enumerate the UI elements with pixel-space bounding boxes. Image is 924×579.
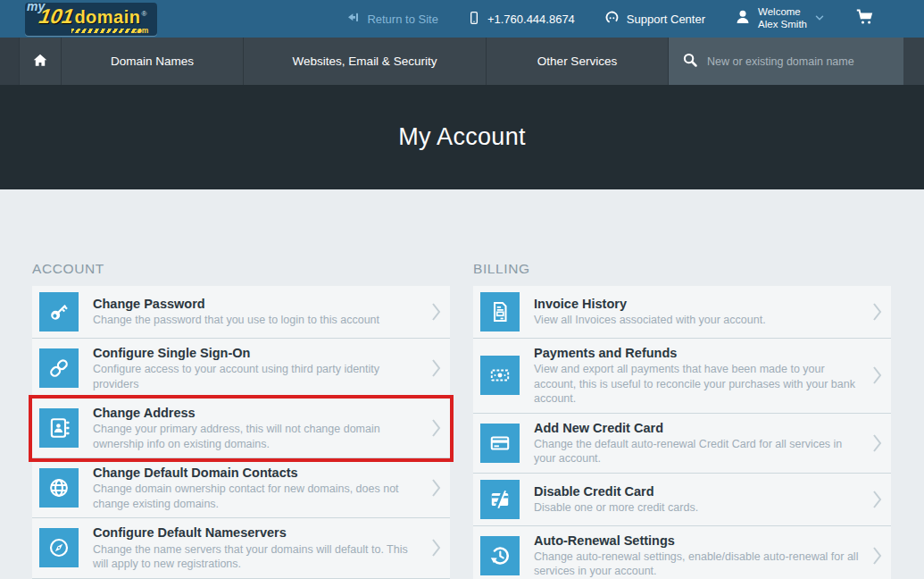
- chevron-right-icon: [431, 538, 441, 558]
- item-text: Change Password Change the password that…: [93, 296, 379, 328]
- item-title: Change Default Domain Contacts: [93, 465, 424, 481]
- address-book-icon: [39, 408, 79, 448]
- logo-word: domain: [74, 7, 140, 28]
- item-title: Configure Default Nameservers: [93, 524, 424, 541]
- item-desc: Change the default auto-renewal Credit C…: [534, 437, 865, 466]
- phone-number: +1.760.444.8674: [487, 13, 575, 26]
- item-desc: View all Invoices associated with your a…: [534, 313, 766, 328]
- logo-registered-mark: ®: [142, 10, 147, 18]
- nav-tab-label: Domain Names: [111, 55, 194, 68]
- return-to-site-label: Return to Site: [367, 13, 438, 26]
- billing-item-payments-and-refunds[interactable]: Payments and Refunds View and export all…: [473, 339, 891, 414]
- account-settings-grid: ACCOUNT Change Password: [0, 189, 924, 579]
- item-title: Invoice History: [534, 296, 766, 312]
- domain-search-input[interactable]: [707, 55, 891, 68]
- history-arrow-icon: [480, 536, 520, 575]
- item-title: Change Password: [93, 296, 379, 312]
- logo-box: my 101 domain ® .com: [25, 3, 157, 36]
- item-title: Add New Credit Card: [534, 420, 865, 436]
- account-menu[interactable]: Welcome Alex Smith: [734, 6, 826, 31]
- support-center-link[interactable]: Support Center: [604, 9, 705, 29]
- topbar-right-group: Return to Site +1.760.444.8674 Support C…: [346, 6, 875, 31]
- welcome-text: Welcome Alex Smith: [758, 6, 807, 31]
- chevron-right-icon: [872, 302, 882, 322]
- domain-search-box: [668, 38, 903, 85]
- chevron-down-icon: [813, 11, 826, 27]
- item-desc: Change domain ownership contact for new …: [93, 482, 424, 511]
- search-icon: [681, 51, 699, 72]
- item-desc: Change the password that you use to logi…: [93, 313, 379, 328]
- chevron-right-icon: [431, 478, 441, 498]
- my101domain-logo[interactable]: my 101 domain ® .com: [25, 0, 157, 38]
- phone-link[interactable]: +1.760.444.8674: [467, 10, 575, 29]
- item-text: Invoice History View all Invoices associ…: [534, 296, 766, 328]
- account-item-configure-default-nameservers[interactable]: Configure Default Nameservers Change the…: [32, 518, 450, 578]
- item-text: Add New Credit Card Change the default a…: [534, 420, 865, 466]
- billing-item-disable-credit-card[interactable]: Disable Credit Card Disable one or more …: [473, 474, 891, 526]
- headset-icon: [604, 9, 620, 29]
- home-tab[interactable]: [19, 38, 61, 85]
- compass-icon: [39, 528, 79, 567]
- item-text: Payments and Refunds View and export all…: [534, 345, 865, 407]
- page-header: My Account: [0, 85, 924, 189]
- chevron-right-icon: [872, 490, 882, 509]
- billing-column: BILLING Invoice History View all Invoice…: [473, 261, 891, 579]
- item-title: Change Address: [93, 405, 424, 421]
- welcome-line2: Alex Smith: [758, 19, 807, 29]
- item-desc: Disable one or more credit cards.: [534, 500, 698, 516]
- banknote-icon: [480, 356, 520, 395]
- mobile-phone-icon: [467, 10, 481, 29]
- account-column: ACCOUNT Change Password: [32, 261, 450, 579]
- account-item-change-default-domain-contacts[interactable]: Change Default Domain Contacts Change do…: [32, 458, 450, 518]
- return-arrow-icon: [346, 11, 361, 28]
- item-text: Change Default Domain Contacts Change do…: [93, 465, 424, 511]
- nav-tab-domain-names[interactable]: Domain Names: [61, 38, 243, 85]
- invoice-document-icon: [480, 292, 520, 331]
- support-center-label: Support Center: [627, 13, 705, 26]
- item-text: Configure Single Sign-On Configure acces…: [93, 345, 424, 391]
- item-desc: View and export all payments that have b…: [534, 362, 865, 407]
- nav-tab-websites-email-security[interactable]: Websites, Email & Security: [243, 38, 486, 85]
- chevron-right-icon: [872, 546, 882, 566]
- cart-icon: [854, 7, 875, 30]
- item-desc: Change the name servers that your domain…: [93, 542, 424, 572]
- shopping-cart-button[interactable]: [854, 7, 875, 30]
- nav-left-strip: [0, 38, 19, 85]
- logo-prefix: my: [27, 0, 45, 13]
- billing-item-auto-renewal-settings[interactable]: Auto-Renewal Settings Change auto-renewa…: [473, 526, 891, 579]
- item-desc: Configure access to your account using t…: [93, 362, 424, 391]
- nav-tab-label: Other Services: [537, 55, 617, 68]
- logo-tld: .com: [131, 26, 149, 35]
- billing-item-add-new-credit-card[interactable]: Add New Credit Card Change the default a…: [473, 414, 891, 474]
- billing-item-invoice-history[interactable]: Invoice History View all Invoices associ…: [473, 286, 891, 339]
- account-section-heading: ACCOUNT: [32, 261, 450, 277]
- key-icon: [39, 292, 79, 331]
- item-text: Auto-Renewal Settings Change auto-renewa…: [534, 533, 865, 579]
- item-title: Disable Credit Card: [534, 483, 698, 499]
- item-desc: Change auto-renewal settings, enable/dis…: [534, 550, 865, 579]
- home-icon: [31, 52, 49, 71]
- main-navigation: Domain Names Websites, Email & Security …: [0, 38, 924, 85]
- credit-card-icon: [480, 424, 520, 463]
- chevron-right-icon: [431, 418, 441, 438]
- chain-link-icon: [39, 348, 79, 388]
- return-to-site-link[interactable]: Return to Site: [346, 11, 438, 28]
- billing-section-heading: BILLING: [473, 261, 891, 277]
- item-title: Payments and Refunds: [534, 345, 865, 361]
- globe-icon: [39, 468, 79, 508]
- welcome-line1: Welcome: [758, 6, 801, 17]
- item-title: Configure Single Sign-On: [93, 345, 424, 361]
- item-text: Change Address Change your primary addre…: [93, 405, 424, 451]
- nav-tab-other-services[interactable]: Other Services: [486, 38, 668, 85]
- item-text: Disable Credit Card Disable one or more …: [534, 483, 698, 516]
- account-item-change-address[interactable]: Change Address Change your primary addre…: [32, 399, 450, 458]
- my101domain-account-page: my 101 domain ® .com Return to Site +1.7…: [0, 0, 924, 579]
- chevron-right-icon: [431, 358, 441, 378]
- item-title: Auto-Renewal Settings: [534, 533, 865, 549]
- account-item-configure-single-sign-on[interactable]: Configure Single Sign-On Configure acces…: [32, 339, 450, 399]
- item-text: Configure Default Nameservers Change the…: [93, 524, 424, 571]
- nav-tab-label: Websites, Email & Security: [293, 55, 437, 68]
- account-item-change-password[interactable]: Change Password Change the password that…: [32, 286, 450, 339]
- item-desc: Change your primary address, this will n…: [93, 422, 424, 451]
- chevron-right-icon: [872, 433, 882, 453]
